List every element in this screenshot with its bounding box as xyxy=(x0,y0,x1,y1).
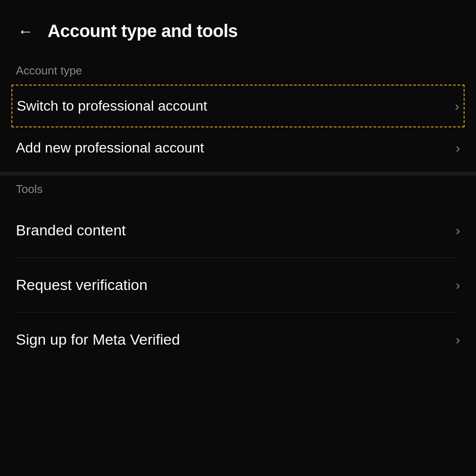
switch-professional-text: Switch to professional account xyxy=(17,98,207,114)
tools-section: Tools Branded content › Request verifica… xyxy=(0,175,476,367)
add-new-professional-item[interactable]: Add new professional account › xyxy=(16,127,460,168)
request-verification-item[interactable]: Request verification › xyxy=(16,258,460,312)
branded-content-item[interactable]: Branded content › xyxy=(16,203,460,258)
chevron-right-icon: › xyxy=(455,99,459,114)
section-divider xyxy=(0,172,476,175)
back-arrow-icon: ← xyxy=(18,23,33,39)
request-verification-text: Request verification xyxy=(16,276,148,294)
chevron-right-icon-2: › xyxy=(456,141,460,156)
back-button[interactable]: ← xyxy=(16,22,35,41)
branded-content-text: Branded content xyxy=(16,222,126,239)
meta-verified-text: Sign up for Meta Verified xyxy=(16,331,180,348)
chevron-right-icon-5: › xyxy=(456,332,460,347)
tools-label: Tools xyxy=(16,175,460,200)
header: ← Account type and tools xyxy=(0,0,476,57)
switch-professional-highlighted: Switch to professional account › xyxy=(11,85,465,127)
chevron-right-icon-4: › xyxy=(456,278,460,293)
switch-professional-item[interactable]: Switch to professional account › xyxy=(17,98,459,114)
account-type-label: Account type xyxy=(16,57,460,81)
page-title: Account type and tools xyxy=(48,21,238,41)
add-new-professional-text: Add new professional account xyxy=(16,140,204,156)
chevron-right-icon-3: › xyxy=(456,223,460,238)
meta-verified-item[interactable]: Sign up for Meta Verified › xyxy=(16,312,460,367)
account-type-section: Account type Switch to professional acco… xyxy=(0,57,476,168)
